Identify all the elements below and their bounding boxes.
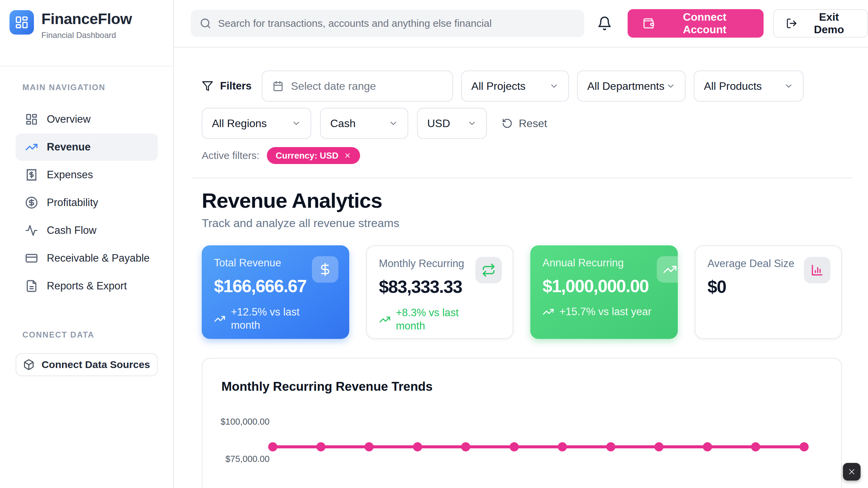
mrr-data-point[interactable] bbox=[461, 442, 470, 451]
receipt-icon bbox=[25, 168, 38, 181]
sidebar-item-label: Cash Flow bbox=[47, 224, 96, 237]
circle-dollar-icon bbox=[25, 196, 38, 209]
active-filter-chip-currency[interactable]: Currency: USD bbox=[267, 147, 360, 164]
connect-account-button[interactable]: Connect Account bbox=[628, 9, 764, 38]
mrr-data-point[interactable] bbox=[654, 442, 664, 451]
stat-card-monthly-recurring: Monthly Recurring $83,333.33 +8.3% vs la… bbox=[366, 245, 514, 339]
mrr-data-point[interactable] bbox=[364, 442, 374, 451]
sidebar-item-label: Profitability bbox=[47, 197, 98, 209]
log-out-icon bbox=[786, 18, 797, 29]
main-content: Filters All Projects All Departments All… bbox=[174, 47, 868, 488]
mrr-trend-line bbox=[273, 445, 804, 448]
sidebar-item-expenses[interactable]: Expenses bbox=[16, 161, 158, 188]
close-overlay-button[interactable] bbox=[843, 463, 861, 481]
mrr-data-point[interactable] bbox=[558, 442, 567, 451]
app-subtitle: Financial Dashboard bbox=[41, 30, 132, 40]
stat-card-annual-recurring: Annual Recurring $1,000,000.00 +15.7% vs… bbox=[530, 245, 678, 339]
mrr-data-point[interactable] bbox=[606, 442, 615, 451]
connect-data-sources-button[interactable]: Connect Data Sources bbox=[16, 353, 158, 376]
trending-up-icon bbox=[214, 313, 225, 325]
file-text-icon bbox=[25, 280, 38, 292]
page-title: Revenue Analytics bbox=[202, 188, 842, 212]
filter-row-2: All Regions Cash USD Reset bbox=[202, 108, 842, 139]
sidebar-item-profitability[interactable]: Profitability bbox=[16, 189, 158, 216]
stat-change: +12.5% vs last month bbox=[214, 306, 337, 332]
mrr-data-point[interactable] bbox=[751, 442, 760, 451]
mrr-data-point[interactable] bbox=[703, 442, 712, 451]
brand: FinanceFlow Financial Dashboard bbox=[0, 0, 173, 66]
repeat-icon bbox=[475, 257, 502, 283]
stat-cards: Total Revenue $166,666.67 +12.5% vs last… bbox=[202, 245, 842, 339]
app-logo-icon bbox=[9, 10, 34, 35]
package-icon bbox=[23, 359, 35, 370]
trending-up-icon bbox=[379, 314, 391, 325]
chevron-down-icon bbox=[292, 119, 301, 128]
chart-title: Monthly Recurring Revenue Trends bbox=[221, 380, 433, 394]
sidebar-item-reports-export[interactable]: Reports & Export bbox=[16, 272, 158, 300]
mrr-trends-chart-card: Monthly Recurring Revenue Trends $100,00… bbox=[202, 358, 842, 488]
search-icon bbox=[200, 18, 211, 29]
trending-up-icon bbox=[25, 141, 38, 154]
sidebar-item-label: Overview bbox=[47, 113, 91, 125]
trending-up-icon bbox=[542, 306, 554, 318]
sidebar-item-receivable-payable[interactable]: Receivable & Payable bbox=[16, 245, 158, 272]
mrr-data-point[interactable] bbox=[800, 442, 809, 451]
sidebar-item-label: Revenue bbox=[47, 141, 91, 153]
exit-demo-button[interactable]: Exit Demo bbox=[773, 9, 868, 38]
sidebar: FinanceFlow Financial Dashboard MAIN NAV… bbox=[0, 0, 174, 488]
currency-select[interactable]: USD bbox=[417, 108, 487, 139]
reset-filters-button[interactable]: Reset bbox=[502, 117, 547, 130]
dollar-sign-icon bbox=[312, 256, 338, 283]
regions-select[interactable]: All Regions bbox=[202, 108, 311, 139]
calendar-icon bbox=[273, 81, 283, 92]
stat-card-average-deal-size: Average Deal Size $0 bbox=[695, 245, 842, 339]
activity-icon bbox=[25, 224, 38, 237]
dashboard-icon bbox=[25, 113, 38, 126]
sidebar-nav: Overview Revenue Expenses Profitability bbox=[0, 106, 173, 300]
search-input[interactable] bbox=[218, 18, 575, 29]
sidebar-item-cash-flow[interactable]: Cash Flow bbox=[16, 217, 158, 244]
app-title: FinanceFlow bbox=[41, 10, 132, 28]
sidebar-section-main-navigation: MAIN NAVIGATION bbox=[22, 83, 173, 92]
filter-row-1: Filters All Projects All Departments All… bbox=[202, 70, 842, 102]
sidebar-item-label: Reports & Export bbox=[47, 280, 127, 292]
mrr-data-point[interactable] bbox=[510, 442, 519, 451]
sidebar-item-label: Receivable & Payable bbox=[47, 252, 150, 264]
products-select[interactable]: All Products bbox=[694, 70, 804, 102]
mrr-data-point[interactable] bbox=[413, 442, 422, 451]
close-x-icon bbox=[847, 467, 856, 476]
remove-filter-x-icon[interactable] bbox=[344, 152, 351, 159]
top-bar: Connect Account Exit Demo bbox=[174, 0, 868, 47]
section-divider bbox=[192, 178, 853, 178]
date-range-picker[interactable] bbox=[262, 70, 453, 102]
stat-value: $1,000,000.00 bbox=[542, 276, 666, 296]
chevron-down-icon bbox=[549, 81, 559, 91]
stat-change: +15.7% vs last year bbox=[542, 306, 666, 318]
filters-label: Filters bbox=[202, 80, 252, 92]
rotate-ccw-icon bbox=[502, 118, 513, 129]
global-search[interactable] bbox=[191, 10, 584, 37]
sidebar-item-revenue[interactable]: Revenue bbox=[16, 134, 158, 161]
y-axis-tick-100k: $100,000.00 bbox=[219, 416, 270, 427]
chevron-down-icon bbox=[467, 119, 477, 128]
notifications-bell-icon[interactable] bbox=[597, 16, 612, 31]
connect-data-sources-label: Connect Data Sources bbox=[41, 359, 150, 370]
chevron-down-icon bbox=[389, 119, 398, 128]
chevron-down-icon bbox=[666, 81, 675, 91]
mrr-data-point[interactable] bbox=[316, 442, 326, 451]
chevron-down-icon bbox=[784, 81, 793, 91]
connect-data-section: CONNECT DATA Connect Data Sources bbox=[0, 330, 173, 376]
stat-card-total-revenue: Total Revenue $166,666.67 +12.5% vs last… bbox=[202, 245, 349, 339]
date-range-input[interactable] bbox=[291, 80, 442, 93]
projects-select[interactable]: All Projects bbox=[461, 70, 569, 102]
sidebar-item-overview[interactable]: Overview bbox=[16, 106, 158, 133]
credit-card-icon bbox=[25, 252, 38, 265]
mrr-data-point[interactable] bbox=[268, 442, 277, 451]
departments-select[interactable]: All Departments bbox=[577, 70, 686, 102]
active-filters-label: Active filters: bbox=[202, 150, 259, 161]
bar-chart-icon bbox=[804, 257, 830, 283]
filter-funnel-icon bbox=[202, 80, 213, 92]
active-filters-row: Active filters: Currency: USD bbox=[202, 147, 842, 164]
accounting-basis-select[interactable]: Cash bbox=[320, 108, 408, 139]
wallet-icon bbox=[643, 17, 654, 29]
